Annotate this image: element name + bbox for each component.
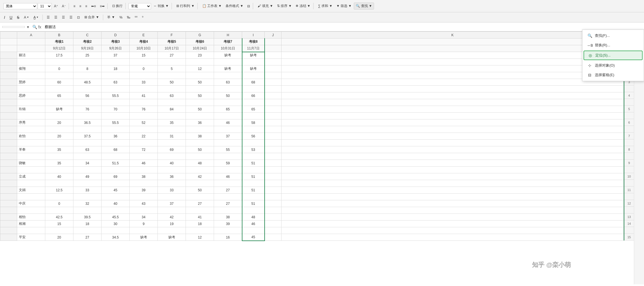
cell-H-6[interactable]: 50 [214, 92, 242, 99]
cell-A-23[interactable] [17, 207, 45, 214]
cell-K-3[interactable] [282, 72, 624, 79]
cell-K-25[interactable] [282, 221, 624, 227]
align-right2-btn[interactable]: ☰ [60, 15, 67, 20]
cell-G-1[interactable] [186, 59, 214, 65]
cell-B-21[interactable] [45, 194, 73, 200]
cell-J-17[interactable] [265, 167, 282, 173]
cell-E-11[interactable] [130, 126, 158, 133]
convert-btn[interactable]: ↔ 转换 ▼ [152, 3, 170, 9]
cell-G-14[interactable]: 50 [186, 146, 214, 153]
cell-G-3[interactable] [186, 72, 214, 79]
cell-H-12[interactable]: 37 [214, 133, 242, 140]
cell-G-16[interactable]: 48 [186, 160, 214, 167]
h2-D[interactable]: 9月26日 [102, 45, 130, 52]
cell-D-17[interactable] [102, 167, 130, 173]
cell-B-2[interactable]: 0 [45, 65, 73, 72]
strikethrough-btn[interactable]: S̶ [15, 14, 21, 21]
cell-B-25[interactable]: 15 [45, 221, 73, 227]
cell-B-3[interactable] [45, 72, 73, 79]
cell-A-12[interactable]: 欢怡 [17, 133, 45, 140]
cell-D-16[interactable]: 51.5 [102, 160, 130, 167]
row-col-btn[interactable]: ⊞ 行和列 ▼ [175, 3, 196, 9]
cell-A-18[interactable]: 立成 [17, 173, 45, 180]
cell-A-5[interactable] [17, 86, 45, 92]
cell-C-10[interactable]: 36.5 [73, 119, 102, 126]
cell-H-27[interactable]: 16 [214, 234, 242, 241]
cell-K-11[interactable] [282, 126, 624, 133]
cell-H-2[interactable]: 缺考 [214, 65, 242, 72]
cell-B-5[interactable] [45, 86, 73, 92]
cell-J-4[interactable] [265, 79, 282, 86]
cell-F-21[interactable] [158, 194, 186, 200]
cell-B-13[interactable] [45, 140, 73, 146]
cell-K-24[interactable] [282, 214, 624, 221]
h1-G[interactable]: 考核6 [186, 38, 214, 45]
cell-J-7[interactable] [265, 99, 282, 106]
cell-B-15[interactable] [45, 153, 73, 160]
align-middle-btn[interactable]: ≡ [78, 3, 83, 9]
cell-F-12[interactable]: 31 [158, 133, 186, 140]
cell-E-23[interactable] [130, 207, 158, 214]
cell-D-0[interactable]: 37 [102, 52, 130, 59]
cell-H-23[interactable] [214, 207, 242, 214]
fill-btn[interactable]: 🖌 填充 ▼ [256, 3, 275, 9]
select-object-option[interactable]: ⊹ 选择对象(O) [582, 61, 644, 70]
h2-I[interactable]: 11月7日 [242, 45, 265, 52]
cell-I-1[interactable] [242, 59, 265, 65]
cell-H-5[interactable] [214, 86, 242, 92]
cell-F-20[interactable]: 33 [158, 187, 186, 194]
h2-C[interactable]: 9月19日 [73, 45, 102, 52]
cell-H-16[interactable]: 59 [214, 160, 242, 167]
cell-A-0[interactable]: 丽洁 [17, 52, 45, 59]
cell-A-8[interactable]: 玖锦 [17, 106, 45, 113]
cell-G-10[interactable]: 36 [186, 119, 214, 126]
cell-B-6[interactable]: 65 [45, 92, 73, 99]
h2-E[interactable]: 10月10日 [130, 45, 158, 52]
cell-H-4[interactable]: 63 [214, 79, 242, 86]
cell-C-0[interactable]: 25 [73, 52, 102, 59]
cell-H-1[interactable] [214, 59, 242, 65]
cell-C-22[interactable]: 32 [73, 200, 102, 207]
font-size-select[interactable]: 11 [38, 3, 52, 9]
cell-E-1[interactable] [130, 59, 158, 65]
cell-E-10[interactable]: 52 [130, 119, 158, 126]
cell-C-17[interactable] [73, 167, 102, 173]
cell-G-12[interactable]: 38 [186, 133, 214, 140]
cell-D-5[interactable] [102, 86, 130, 92]
cell-A-19[interactable] [17, 180, 45, 187]
cell-J-9[interactable] [265, 113, 282, 119]
percent-btn[interactable]: % [118, 15, 124, 20]
cell-E-27[interactable]: 缺考 [130, 234, 158, 241]
cell-I-20[interactable]: 51 [242, 187, 265, 194]
cell-D-23[interactable] [102, 207, 130, 214]
cell-I-6[interactable]: 66 [242, 92, 265, 99]
cell-D-7[interactable] [102, 99, 130, 106]
cell-A-27[interactable]: 平安 [17, 234, 45, 241]
cell-D-13[interactable] [102, 140, 130, 146]
table-wrapper[interactable]: A B C D E F G H I J K 考核1 考核2 [0, 31, 624, 284]
cell-E-22[interactable]: 43 [130, 200, 158, 207]
cell-F-7[interactable] [158, 99, 186, 106]
cell-I-8[interactable]: 65 [242, 106, 265, 113]
cell-F-18[interactable]: 36 [158, 173, 186, 180]
cell-K-26[interactable] [282, 227, 624, 234]
cell-G-6[interactable]: 50 [186, 92, 214, 99]
cell-D-11[interactable] [102, 126, 130, 133]
cell-H-8[interactable]: 65 [214, 106, 242, 113]
h1-B[interactable]: 考核1 [45, 38, 73, 45]
align-left2-btn[interactable]: ☰ [45, 15, 51, 20]
cell-B-10[interactable]: 20 [45, 119, 73, 126]
cell-B-26[interactable] [45, 227, 73, 234]
goto-option[interactable]: ◎ 定位(S)... [584, 51, 643, 60]
cell-D-22[interactable]: 40 [102, 200, 130, 207]
cell-J-13[interactable] [265, 140, 282, 146]
cell-A-26[interactable] [17, 227, 45, 234]
cell-G-19[interactable] [186, 180, 214, 187]
cell-I-9[interactable] [242, 113, 265, 119]
cell-F-13[interactable] [158, 140, 186, 146]
justify-btn[interactable]: ☰ [68, 15, 74, 20]
grid-btn[interactable]: ⊟ [246, 3, 252, 9]
decimal-inc-btn[interactable]: ⁰⁰ [133, 15, 139, 20]
cell-F-22[interactable]: 37 [158, 200, 186, 207]
cell-F-4[interactable]: 50 [158, 79, 186, 86]
